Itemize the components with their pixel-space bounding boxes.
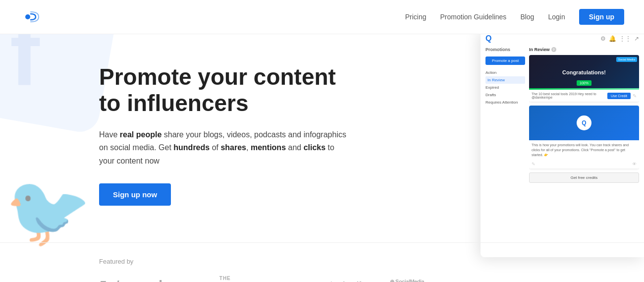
section-title: In Review ? xyxy=(529,47,639,52)
bold-hundreds: hundreds xyxy=(173,143,210,152)
hero-subtitle: Have real people share your blogs, video… xyxy=(99,128,347,168)
featured-section: Featured by Forbes Inc. THEHUFFINGTONPOS… xyxy=(0,242,644,282)
nav-guidelines[interactable]: Promotion Guidelines xyxy=(440,13,507,21)
help-icon[interactable]: ? xyxy=(551,47,556,52)
main-nav: Pricing Promotion Guidelines Blog Login … xyxy=(405,9,624,25)
app-logo: Q xyxy=(485,34,491,43)
app-main-area: In Review ? Congratulations! Social Medi… xyxy=(529,47,639,250)
bold-real-people: real people xyxy=(120,130,161,139)
post-card-image: Congratulations! Social Media 100% xyxy=(529,55,639,90)
nav-blog[interactable]: Blog xyxy=(520,13,534,21)
sidebar-item-requires[interactable]: Requires Attention xyxy=(485,99,525,106)
nav-login[interactable]: Login xyxy=(548,13,565,21)
congratulations-text: Congratulations! xyxy=(562,69,606,75)
app-preview-panel: Q ⚙ 🔔 ⋮⋮ ↗ Promotions Promote a post Act… xyxy=(481,29,644,257)
logo[interactable] xyxy=(20,7,40,27)
main-content: Promote your content to influencers Have… xyxy=(0,34,644,232)
bold-clicks: clicks xyxy=(304,143,325,152)
view-icon[interactable]: 👁 xyxy=(632,162,637,167)
sidebar-item-expired[interactable]: Expired xyxy=(485,84,525,91)
app-body: Promotions Promote a post Action In Revi… xyxy=(485,47,639,250)
toolbar-icon-2: 🔔 xyxy=(609,35,616,42)
featured-label: Featured by xyxy=(99,258,624,265)
app-toolbar: Q ⚙ 🔔 ⋮⋮ ↗ xyxy=(485,34,639,43)
sidebar-title: Promotions xyxy=(485,47,525,52)
svg-point-0 xyxy=(25,14,30,19)
hero-section: Promote your content to influencers Have… xyxy=(99,54,347,206)
use-credit-button[interactable]: Use Credit xyxy=(607,93,631,99)
signup-button[interactable]: Sign up xyxy=(579,9,624,25)
logo-inc: Inc. xyxy=(159,277,181,282)
post-card-preview: Q This is how your promotions will look.… xyxy=(529,106,639,169)
post-card-image-2: Q xyxy=(529,106,639,140)
logo-huffington-post: THEHUFFINGTONPOST xyxy=(207,275,244,282)
sidebar-item-drafts[interactable]: Drafts xyxy=(485,91,525,99)
toolbar-icon-3: ⋮⋮ xyxy=(619,35,631,42)
promote-post-button[interactable]: Promote a post xyxy=(485,56,525,65)
post-card-actions: The 10 best social tools 2019 Hey need t… xyxy=(529,90,639,102)
app-sidebar: Promotions Promote a post Action In Revi… xyxy=(485,47,525,250)
nav-pricing[interactable]: Pricing xyxy=(405,13,427,21)
sidebar-item-inreview[interactable]: In Review xyxy=(485,76,525,84)
bold-mentions: mentions xyxy=(251,143,286,152)
toolbar-icons: ⚙ 🔔 ⋮⋮ ↗ xyxy=(600,35,639,42)
edit-icon[interactable]: ✎ xyxy=(633,93,637,99)
success-bar: 100% xyxy=(577,80,591,86)
article-title: The 10 best social tools 2019 Hey need t… xyxy=(532,92,605,99)
toolbar-icon-4: ↗ xyxy=(634,35,639,42)
social-badge: Social Media xyxy=(616,57,637,62)
post-card-congrats: Congratulations! Social Media 100% The 1… xyxy=(529,55,639,102)
logo-forbes: Forbes xyxy=(99,279,134,282)
logo-outbrain: ⊙ outbrain xyxy=(268,281,304,282)
get-free-credits-button[interactable]: Get free credits xyxy=(529,172,639,183)
hero-title: Promote your content to influencers xyxy=(99,64,347,116)
header: Pricing Promotion Guidelines Blog Login … xyxy=(0,0,644,34)
sidebar-nav: Action In Review Expired Drafts Requires… xyxy=(485,69,525,106)
edit-icon-2[interactable]: ✎ xyxy=(532,162,536,167)
logo-socialmedia-examiner: ⊕ SocialMediaExaminer xyxy=(390,279,424,282)
logo-shopify: 🛍 shopify xyxy=(329,281,365,282)
bold-shares: shares xyxy=(220,143,246,152)
sidebar-item-action[interactable]: Action xyxy=(485,69,525,76)
logo-circle: Q xyxy=(577,115,591,130)
toolbar-icon-1: ⚙ xyxy=(600,35,606,42)
hero-cta-button[interactable]: Sign up now xyxy=(99,183,171,206)
post-description: This is how your promotions will look. Y… xyxy=(529,140,639,160)
featured-logos: Forbes Inc. THEHUFFINGTONPOST ⊙ outbrain… xyxy=(99,275,624,282)
